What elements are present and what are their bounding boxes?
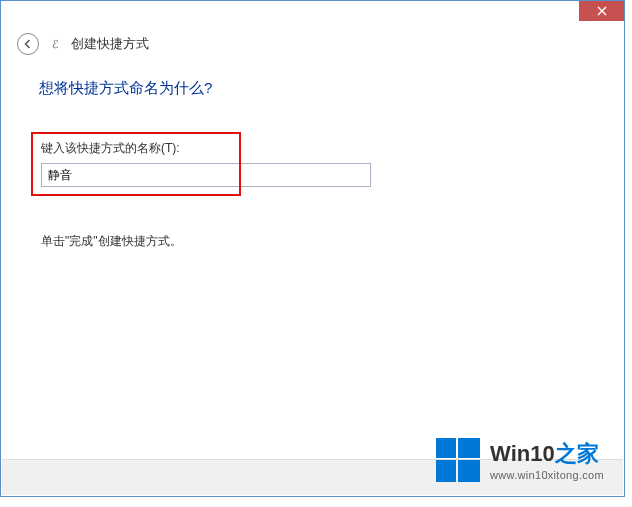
watermark-brand-prefix: Win10 — [490, 441, 555, 466]
content-area: 想将快捷方式命名为什么? 键入该快捷方式的名称(T): 单击"完成"创建快捷方式… — [1, 67, 624, 250]
watermark-url: www.win10xitong.com — [490, 469, 604, 481]
close-icon — [597, 6, 607, 16]
titlebar — [1, 1, 624, 23]
header-row: ℰ 创建快捷方式 — [1, 23, 624, 67]
shortcut-name-input[interactable] — [41, 163, 371, 187]
name-field-group: 键入该快捷方式的名称(T): — [31, 132, 381, 199]
back-button[interactable] — [17, 33, 39, 55]
shortcut-wizard-icon: ℰ — [47, 36, 63, 52]
watermark-brand-suffix: 之家 — [555, 441, 599, 466]
window-title: 创建快捷方式 — [71, 35, 149, 53]
watermark-text: Win10之家 www.win10xitong.com — [490, 439, 604, 481]
arrow-left-icon — [22, 38, 34, 50]
name-field-label: 键入该快捷方式的名称(T): — [41, 140, 371, 157]
page-heading: 想将快捷方式命名为什么? — [31, 79, 594, 98]
wizard-window: ℰ 创建快捷方式 想将快捷方式命名为什么? 键入该快捷方式的名称(T): 单击"… — [0, 0, 625, 497]
watermark-brand: Win10之家 — [490, 439, 599, 469]
windows-logo-icon — [436, 438, 480, 482]
watermark: Win10之家 www.win10xitong.com — [436, 438, 604, 482]
hint-text: 单击"完成"创建快捷方式。 — [31, 233, 594, 250]
close-button[interactable] — [579, 1, 624, 21]
